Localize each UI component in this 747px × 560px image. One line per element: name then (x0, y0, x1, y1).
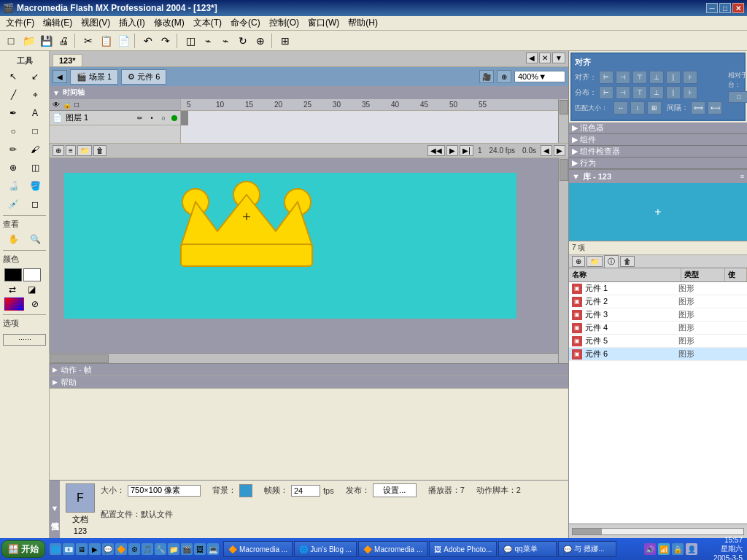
no-fill[interactable]: ⊘ (26, 298, 45, 311)
delete-layer-btn[interactable]: 🗑 (93, 145, 107, 156)
dist-right[interactable]: ⊤ (632, 86, 647, 99)
timeline-arrow[interactable]: ▼ (53, 89, 60, 97)
ql-icon-10[interactable]: 📁 (168, 543, 179, 555)
lib-delete[interactable]: 🗑 (620, 256, 635, 267)
ql-icon-3[interactable]: 🖥 (76, 543, 88, 555)
stroke-color[interactable] (4, 268, 22, 281)
library-arrow[interactable]: ▼ (572, 172, 580, 181)
ql-icon-11[interactable]: 🎬 (181, 543, 193, 555)
select-tool[interactable]: ↖ (3, 68, 23, 85)
lib-hscroll-thumb[interactable] (573, 529, 602, 534)
stage-area[interactable] (50, 158, 568, 363)
menu-insert[interactable]: 插入(I) (115, 15, 149, 31)
lib-item-2[interactable]: ▣ 元件 2 图形 (569, 295, 747, 308)
oval-tool[interactable]: ○ (3, 122, 23, 140)
eyedrop-tool[interactable]: 💉 (3, 195, 23, 213)
magnet-btn[interactable]: ⋯⋯ (3, 334, 46, 346)
stage-hscroll[interactable] (50, 353, 558, 363)
straighten-btn[interactable]: ⌁ (217, 33, 233, 49)
paste-btn[interactable]: 📄 (115, 33, 131, 49)
lasso-tool[interactable]: ⌖ (25, 86, 45, 104)
add-folder-btn[interactable]: 📁 (77, 145, 92, 156)
scale-btn[interactable]: ⊕ (252, 33, 268, 49)
swap-colors[interactable]: ⇄ (4, 283, 20, 296)
relative-stage-btn[interactable]: □ (728, 91, 747, 103)
avatar-icon[interactable]: 👤 (686, 543, 697, 555)
hand-tool[interactable]: ✋ (3, 230, 23, 248)
brush-tool[interactable]: 🖌 (25, 141, 45, 158)
stage-vscroll-thumb[interactable] (560, 159, 568, 181)
pencil-tool[interactable]: ✏ (3, 141, 23, 158)
lib-properties[interactable]: ⓘ (604, 255, 619, 268)
frames-end-btn[interactable]: ▶| (460, 145, 473, 156)
dist-left[interactable]: ⊢ (599, 86, 614, 99)
ql-icon-1[interactable]: 🌐 (50, 543, 61, 555)
menu-window[interactable]: 窗口(W) (303, 15, 344, 31)
stage-vscroll[interactable] (558, 158, 568, 363)
frames-area[interactable] (181, 111, 558, 143)
match-width[interactable]: ↔ (614, 101, 628, 114)
library-menu-icon[interactable]: ≡ (740, 173, 744, 180)
new-btn[interactable]: □ (3, 33, 19, 49)
start-button[interactable]: 🪟 开始 (1, 540, 45, 558)
ink-tool[interactable]: 🍶 (3, 177, 23, 195)
fill-color[interactable] (23, 268, 41, 281)
ql-icon-13[interactable]: 💻 (207, 543, 219, 555)
doc-tab-123[interactable]: 123* (53, 54, 82, 66)
components-panel-header[interactable]: ▶ 组件 (569, 134, 747, 146)
tray-icon-3[interactable]: 🔒 (672, 543, 684, 555)
dist-bottom[interactable]: ⊦ (683, 86, 697, 99)
properties-arrow[interactable]: ▼ (51, 504, 59, 513)
layer-edit-icon[interactable]: ✏ (135, 113, 145, 123)
match-both[interactable]: ⊞ (647, 101, 662, 114)
rotate-btn[interactable]: ↻ (235, 33, 251, 49)
scroll-frames-left[interactable]: ◀ (541, 145, 552, 156)
dist-top[interactable]: ⊥ (649, 86, 664, 99)
minimize-button[interactable]: ─ (706, 3, 718, 13)
ql-icon-4[interactable]: ▶ (89, 543, 101, 555)
menu-modify[interactable]: 修改(M) (150, 15, 189, 31)
fill-tool[interactable]: ◫ (25, 159, 45, 176)
menu-command[interactable]: 命令(C) (226, 15, 265, 31)
smooth-btn[interactable]: ⌁ (200, 33, 216, 49)
freexform-tool[interactable]: ⊕ (3, 159, 23, 176)
taskbar-app-5[interactable]: 💬 qq菜单 (498, 541, 557, 557)
snap-btn[interactable]: ◫ (182, 33, 198, 49)
paint-tool[interactable]: 🪣 (25, 177, 45, 195)
pen-tool[interactable]: ✒ (3, 104, 23, 122)
ql-icon-6[interactable]: 🔶 (115, 543, 127, 555)
taskbar-app-4[interactable]: 🖼 Adobe Photo... (429, 541, 497, 557)
menu-edit[interactable]: 编辑(E) (39, 15, 77, 31)
save-btn[interactable]: 💾 (38, 33, 54, 49)
ql-icon-5[interactable]: 💬 (102, 543, 114, 555)
frames-back-btn[interactable]: ◀◀ (427, 145, 445, 156)
size-input[interactable] (128, 485, 201, 497)
doc-tab-next[interactable]: ▼ (552, 52, 565, 63)
lib-new-symbol[interactable]: ⊕ (572, 256, 585, 267)
help-header[interactable]: ▶ 帮助 (50, 376, 568, 388)
ql-icon-7[interactable]: ⚙ (128, 543, 140, 555)
frames-fwd-btn[interactable]: ▶ (446, 145, 458, 156)
menu-view[interactable]: 视图(V) (77, 15, 115, 31)
rect-tool[interactable]: □ (25, 122, 45, 140)
fps-input[interactable] (291, 485, 320, 497)
dist-center-v[interactable]: | (666, 86, 681, 99)
stage-canvas[interactable] (64, 173, 516, 319)
align-top[interactable]: ⊥ (649, 71, 664, 84)
space-v[interactable]: ⟻ (708, 101, 722, 114)
ql-icon-9[interactable]: 🔧 (155, 543, 166, 555)
ql-icon-8[interactable]: 🎵 (142, 543, 153, 555)
menu-file[interactable]: 文件(F) (1, 15, 39, 31)
layer-lock2-icon[interactable]: ○ (158, 113, 169, 123)
undo-btn[interactable]: ↶ (140, 33, 156, 49)
add-guide-btn[interactable]: ≡ (66, 145, 76, 156)
doc-tab-close[interactable]: ✕ (539, 52, 551, 63)
align-left[interactable]: ⊢ (599, 71, 614, 84)
stage-hscroll-thumb[interactable] (50, 354, 109, 363)
taskbar-app-1[interactable]: 🔶 Macromedia ... (223, 541, 293, 557)
cut-btn[interactable]: ✂ (80, 33, 96, 49)
lib-item-6[interactable]: ▣ 元件 6 图形 (569, 348, 747, 361)
line-tool[interactable]: ╱ (3, 86, 23, 104)
dist-center-h[interactable]: ⊣ (616, 86, 630, 99)
inspector-panel-header[interactable]: ▶ 组件检查器 (569, 146, 747, 158)
